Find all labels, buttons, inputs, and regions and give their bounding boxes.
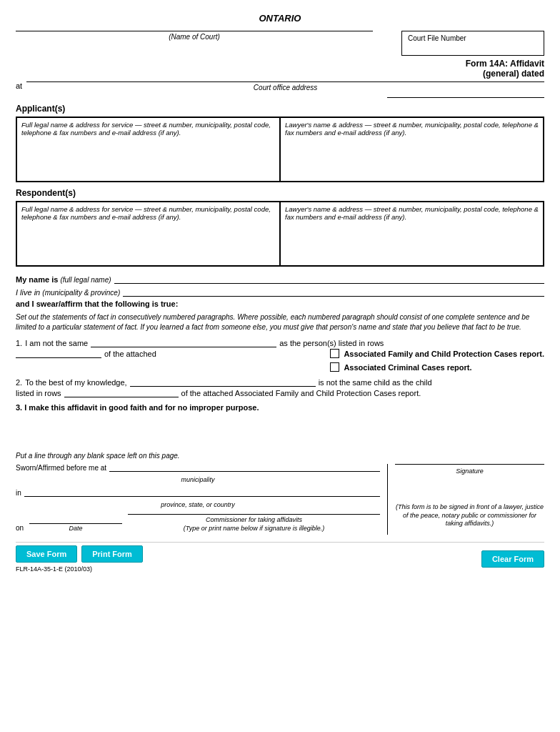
para1-field1[interactable] <box>91 338 276 347</box>
court-file-number-label: Court File Number <box>408 34 466 42</box>
applicants-title: Applicant(s) <box>16 104 544 114</box>
para1-field2[interactable] <box>16 349 101 358</box>
at-underline <box>26 81 544 82</box>
at-line-row: at Court office address <box>16 81 544 92</box>
checkbox1[interactable] <box>330 349 339 358</box>
in-row: in <box>16 489 380 497</box>
commissioner-underline[interactable] <box>128 514 380 515</box>
i-live-row: I live in (municipality & province) <box>16 287 544 297</box>
on-label: on <box>16 524 24 532</box>
respondents-table: Full legal name & address for service — … <box>16 201 544 267</box>
name-of-court-label: (Name of Court) <box>16 33 373 41</box>
checkbox2-label: Associated Criminal Cases report. <box>344 363 471 372</box>
date-label: Date <box>69 525 83 532</box>
para3-number: 3. <box>16 403 22 412</box>
date-line-right <box>387 97 544 98</box>
signature-note: (This form is to be signed in front of a… <box>395 503 544 528</box>
court-office-label: Court office address <box>26 84 544 92</box>
para3-text: I make this affidavit in good faith and … <box>24 403 259 412</box>
para1-number: 1. <box>16 339 22 347</box>
para1-text1: I am not the same <box>25 339 88 347</box>
on-row: on Date Commissioner for taking affidavi… <box>16 514 380 532</box>
respondents-col1: Full legal name & address for service — … <box>16 202 280 266</box>
para-2: 2. To the best of my knowledge, is not t… <box>16 377 544 397</box>
header-left: (Name of Court) <box>16 31 387 41</box>
form-title-line1: Form 14A: Affidavit <box>466 59 544 69</box>
respondents-col2: Lawyer's name & address — street & numbe… <box>280 202 544 266</box>
para1-checkboxes: Associated Family and Child Protection C… <box>330 349 544 372</box>
save-button[interactable]: Save Form <box>16 545 77 563</box>
name-of-court-line <box>16 31 373 31</box>
my-name-row: My name is (full legal name) <box>16 274 544 284</box>
in-field[interactable] <box>24 496 380 497</box>
i-live-field[interactable] <box>123 287 544 297</box>
my-name-field[interactable] <box>114 274 544 284</box>
my-name-label: My name is (full legal name) <box>16 275 111 284</box>
para2-number: 2. <box>16 378 22 387</box>
form-title-line2: (general) dated <box>466 69 544 79</box>
commissioner-field: Commissioner for taking affidavits (Type… <box>128 514 380 532</box>
signature-underline[interactable] <box>395 464 544 465</box>
commissioner-sub: (Type or print name below if signature i… <box>184 525 324 532</box>
put-line-note: Put a line through any blank space left … <box>16 452 544 460</box>
checkbox2-item: Associated Criminal Cases report. <box>330 362 544 372</box>
sworn-before-row: Sworn/Affirmed before me at <box>16 464 380 472</box>
para1-text3: of the attached <box>104 350 156 358</box>
form-code: FLR-14A-35-1-E (2010/03) <box>16 565 143 573</box>
swear-row: and I swear/affirm that the following is… <box>16 300 544 308</box>
print-button[interactable]: Print Form <box>81 545 143 563</box>
checkbox1-item: Associated Family and Child Protection C… <box>330 349 544 358</box>
checkbox2[interactable] <box>330 362 339 372</box>
applicants-table: Full legal name & address for service — … <box>16 117 544 182</box>
para1-text2: as the person(s) listed in rows <box>279 339 384 347</box>
in-label: in <box>16 489 21 497</box>
respondents-title: Respondent(s) <box>16 188 544 198</box>
applicants-col1: Full legal name & address for service — … <box>16 117 280 182</box>
blank-space <box>16 417 544 446</box>
signature-label: Signature <box>395 468 544 475</box>
para-3: 3. I make this affidavit in good faith a… <box>16 403 544 412</box>
sworn-before-label: Sworn/Affirmed before me at <box>16 464 106 472</box>
bottom-buttons: Save Form Print Form FLR-14A-35-1-E (201… <box>16 542 544 573</box>
para2-text1: To the best of my knowledge, <box>25 378 126 387</box>
instructions-text: Set out the statements of fact in consec… <box>16 312 544 332</box>
at-label: at <box>16 81 22 92</box>
i-live-label: I live in (municipality & province) <box>16 288 120 297</box>
sworn-section: Sworn/Affirmed before me at municipality… <box>16 464 544 535</box>
date-underline[interactable] <box>29 523 122 524</box>
bottom-left: Save Form Print Form FLR-14A-35-1-E (201… <box>16 545 143 573</box>
sworn-before-field[interactable] <box>109 471 380 472</box>
bottom-left-buttons: Save Form Print Form <box>16 545 143 563</box>
commissioner-label: Commissioner for taking affidavits <box>206 516 302 523</box>
ontario-title: ONTARIO <box>16 13 544 24</box>
para2-text3: listed in rows <box>16 389 61 397</box>
date-field: Date <box>29 523 122 532</box>
sworn-right: Signature (This form is to be signed in … <box>387 464 544 535</box>
court-file-box: Court File Number <box>401 31 544 56</box>
para2-field1[interactable] <box>130 377 316 387</box>
applicants-col2: Lawyer's name & address — street & numbe… <box>280 117 544 182</box>
header-right: Court File Number Form 14A: Affidavit (g… <box>387 31 544 79</box>
para2-field2[interactable] <box>64 388 179 397</box>
para2-text4: of the attached Associated Family and Ch… <box>181 389 421 397</box>
form-title: Form 14A: Affidavit (general) dated <box>466 59 544 79</box>
para2-text2: is not the same child as the child <box>319 378 432 387</box>
header-section: (Name of Court) Court File Number Form 1… <box>16 31 544 79</box>
clear-button[interactable]: Clear Form <box>481 550 544 568</box>
municipality-label: municipality <box>16 476 380 483</box>
sworn-left: Sworn/Affirmed before me at municipality… <box>16 464 380 535</box>
para-1: 1. I am not the same as the person(s) li… <box>16 338 544 372</box>
at-line-container: Court office address <box>26 81 544 92</box>
province-label: province, state, or country <box>16 501 380 508</box>
checkbox1-label: Associated Family and Child Protection C… <box>344 350 544 358</box>
